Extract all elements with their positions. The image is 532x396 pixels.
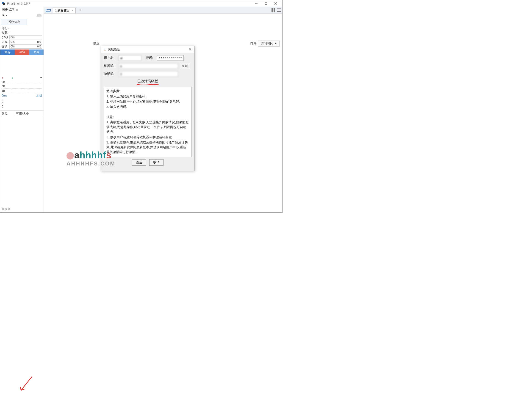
row-code: 激活码: [104,71,191,77]
sidebar: 同步状态 IP - 复制 系统信息 运行 - 负载 - CPU 0% 内存 0%… [0,7,44,212]
svg-rect-8 [272,10,273,12]
z2: 0 [2,105,41,108]
swap-value: 0% [11,45,14,48]
sync-status: 同步状态 [0,7,44,13]
step-2: 2. 登录网站用户中心,填写机器码,获得对应的激活码. [106,99,189,104]
upload-arrow-icon: ↑ [2,76,3,80]
ip-copy-button[interactable]: 复制 [36,13,42,18]
tab-label: 新标签页 [58,8,70,13]
app-window: FinalShell 3.9.5.7 同步状态 IP - 复制 系统信息 运行 … [0,0,283,213]
activate-button[interactable]: 激活 [132,159,146,166]
code-input[interactable] [118,71,178,77]
new-tab-button[interactable]: ＋ [78,8,82,12]
svg-rect-6 [272,8,273,10]
ip-value: - [6,13,7,18]
user-input[interactable] [118,55,142,61]
tab-cpu[interactable]: CPU [15,49,29,55]
tab-cmd[interactable]: 命令 [29,49,44,55]
folder-open-icon[interactable] [46,8,51,12]
ip-row: IP - 复制 [0,13,44,18]
dialog-body: 用户名: 密码: 机器码: 复制 激活码: 已激活高级版 激活步骤: 1. 输入… [101,53,194,171]
red-underline-annotation [136,83,159,86]
page-tab[interactable]: 1 新标签页 × [53,8,76,13]
cancel-button[interactable]: 取消 [149,159,164,166]
svg-rect-7 [274,8,275,10]
expand-icon[interactable]: ▼ [40,76,42,79]
swap-detail: 0/0 [37,45,41,48]
notes-title: 注意: [106,115,189,119]
mem-label: 内存 [2,40,9,44]
sync-label: 同步状态 [2,8,14,12]
mem-bar: 0%0/0 [9,40,42,44]
edition-label: 高级版 [2,207,11,211]
chevron-down-icon: ▼ [275,42,277,45]
tab-close-icon[interactable]: × [72,9,74,12]
row-user-pass: 用户名: 密码: [104,55,191,61]
svg-rect-1 [3,3,5,5]
disk-col-path: 路径 [2,112,8,116]
download-arrow-icon: ↓ [12,76,13,80]
java-icon [103,48,107,51]
swap-bar: 0%0/0 [9,44,42,49]
minimize-button[interactable] [252,0,261,7]
window-controls [252,0,280,7]
swap-meter: 交换 0%0/0 [0,44,44,49]
tabbar: 1 新标签页 × ＋ [44,7,282,13]
dialog-buttons: 激活 取消 [104,157,191,169]
app-title: FinalShell 3.9.5.7 [7,2,252,5]
sort-value: 访问时间 [260,41,273,45]
scale-6b: 6B [2,84,42,89]
user-label: 用户名: [104,56,117,60]
sync-dot-icon [16,9,18,11]
load-label: 负载 - [0,30,44,35]
disk-header: 路径 可用/大小 [0,111,44,117]
machine-label: 机器码: [104,64,117,68]
code-label: 激活码: [104,72,117,76]
row-machine: 机器码: 复制 [104,63,191,69]
net-scale: 9B 6B 3B [0,80,44,93]
step-3: 3. 填入激活码. [106,105,189,109]
pass-input[interactable] [157,55,184,61]
chart-area [0,55,44,76]
pass-label: 密码: [146,56,155,60]
steps-title: 激活步骤: [106,89,189,93]
dialog-titlebar: 离线激活 ✕ [101,46,194,53]
close-button[interactable] [271,0,280,7]
scale-9b: 9B [2,80,42,84]
disk-col-size: 可用/大小 [14,112,29,116]
quick-label: 快速 [93,41,100,46]
scale-3b: 3B [2,89,42,93]
cpu-meter: CPU 0% [0,35,44,40]
tab-mem[interactable]: 内存 [0,49,15,55]
cpu-bar: 0% [9,35,42,39]
note-2: 2. 修改用户名,密码会导致机器码和激活码变化. [106,135,189,140]
list-view-icon[interactable] [277,8,281,12]
step-1: 1. 输入正确的用户名和密码. [106,94,189,99]
cpu-value: 0% [11,36,14,39]
z1: 0 [2,102,41,105]
dialog-close-icon[interactable]: ✕ [188,47,192,52]
z0: 0 [2,99,41,102]
svg-rect-9 [274,10,275,12]
note-1: 1. 离线激活适用于登录失败,无法连接外网的情况,如果能登录成功,无需此操作,成… [106,120,189,134]
swap-label: 交换 [2,44,9,49]
steps-box: 激活步骤: 1. 输入正确的用户名和密码. 2. 登录网站用户中心,填写机器码,… [104,87,191,157]
monitor-tabs: 内存 CPU 命令 [0,49,44,55]
mem-meter: 内存 0%0/0 [0,40,44,44]
mem-value: 0% [11,40,14,44]
dialog-title: 离线激活 [108,47,188,52]
note-3: 3. 更换机器硬件,重装系统或某些特殊原因可能导致激活失效,此时请更新软件到最新… [106,140,189,154]
sysinfo-button[interactable]: 系统信息 [2,19,27,25]
machine-copy-button[interactable]: 复制 [180,63,190,69]
machine-input[interactable] [118,63,178,69]
net-arrows: ↑ ↓ ▼ [0,76,44,80]
sort-label: 排序 [250,41,257,46]
ping-host: 本机 [36,94,42,98]
maximize-button[interactable] [261,0,271,7]
grid-view-icon[interactable] [271,8,275,12]
activation-dialog: 离线激活 ✕ 用户名: 密码: 机器码: 复制 激活码: 已激活高级版 激活 [101,46,195,171]
svg-rect-3 [265,3,267,5]
sort-select[interactable]: 访问时间 ▼ [258,41,279,47]
sort-area: 排序 访问时间 ▼ [250,41,279,47]
ping-ms: 0ms [2,94,7,98]
